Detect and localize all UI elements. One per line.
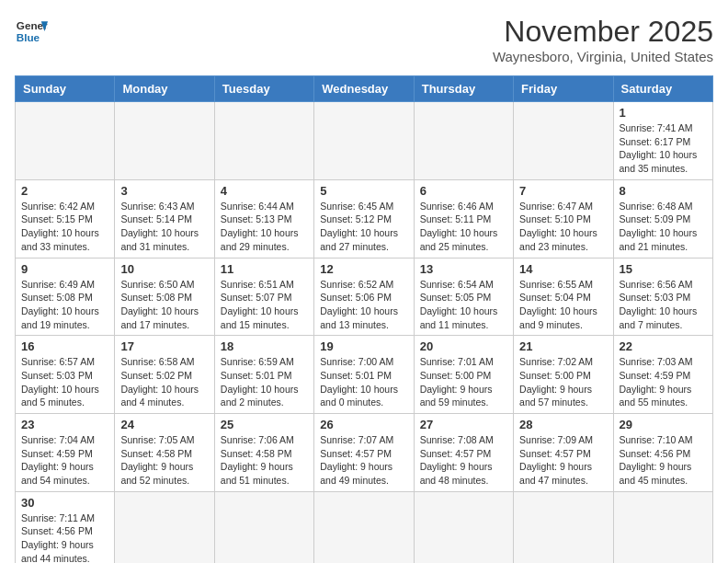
week-row-5: 23Sunrise: 7:04 AM Sunset: 4:59 PM Dayli… xyxy=(16,414,713,492)
header-row: SundayMondayTuesdayWednesdayThursdayFrid… xyxy=(16,76,713,102)
day-number: 23 xyxy=(21,418,108,431)
day-number: 25 xyxy=(221,418,308,431)
day-info: Sunrise: 7:41 AM Sunset: 6:17 PM Dayligh… xyxy=(620,121,707,176)
column-header-friday: Friday xyxy=(514,76,613,102)
calendar-cell xyxy=(514,491,613,563)
calendar-cell: 21Sunrise: 7:02 AM Sunset: 5:00 PM Dayli… xyxy=(514,336,613,414)
day-info: Sunrise: 6:51 AM Sunset: 5:07 PM Dayligh… xyxy=(221,278,308,332)
calendar-cell: 17Sunrise: 6:58 AM Sunset: 5:02 PM Dayli… xyxy=(115,336,214,414)
day-info: Sunrise: 7:01 AM Sunset: 5:00 PM Dayligh… xyxy=(420,355,507,409)
day-info: Sunrise: 6:52 AM Sunset: 5:06 PM Dayligh… xyxy=(320,278,407,332)
calendar-cell xyxy=(314,102,414,180)
day-number: 8 xyxy=(620,184,707,198)
day-info: Sunrise: 7:03 AM Sunset: 4:59 PM Dayligh… xyxy=(620,355,707,409)
column-header-saturday: Saturday xyxy=(613,76,712,102)
day-number: 27 xyxy=(420,418,507,431)
calendar-cell: 12Sunrise: 6:52 AM Sunset: 5:06 PM Dayli… xyxy=(314,258,414,336)
week-row-4: 16Sunrise: 6:57 AM Sunset: 5:03 PM Dayli… xyxy=(16,336,713,414)
calendar-cell: 18Sunrise: 6:59 AM Sunset: 5:01 PM Dayli… xyxy=(214,336,313,414)
week-row-2: 2Sunrise: 6:42 AM Sunset: 5:15 PM Daylig… xyxy=(16,179,713,258)
calendar-cell: 24Sunrise: 7:05 AM Sunset: 4:58 PM Dayli… xyxy=(115,414,214,492)
day-info: Sunrise: 7:05 AM Sunset: 4:58 PM Dayligh… xyxy=(120,433,208,488)
calendar-cell: 16Sunrise: 6:57 AM Sunset: 5:03 PM Dayli… xyxy=(16,336,115,414)
calendar-cell: 5Sunrise: 6:45 AM Sunset: 5:12 PM Daylig… xyxy=(314,179,414,258)
week-row-3: 9Sunrise: 6:49 AM Sunset: 5:08 PM Daylig… xyxy=(16,258,713,336)
day-number: 9 xyxy=(21,262,108,276)
calendar-cell xyxy=(214,102,313,180)
calendar-cell xyxy=(414,102,513,180)
day-info: Sunrise: 6:46 AM Sunset: 5:11 PM Dayligh… xyxy=(420,200,507,254)
day-number: 7 xyxy=(519,184,607,198)
calendar-cell: 27Sunrise: 7:08 AM Sunset: 4:57 PM Dayli… xyxy=(414,414,513,492)
day-number: 17 xyxy=(120,339,208,353)
calendar-cell xyxy=(214,491,313,563)
title-area: November 2025 Waynesboro, Virginia, Unit… xyxy=(493,15,713,64)
location-title: Waynesboro, Virginia, United States xyxy=(493,49,713,64)
day-info: Sunrise: 7:09 AM Sunset: 4:57 PM Dayligh… xyxy=(519,433,607,488)
calendar-cell: 9Sunrise: 6:49 AM Sunset: 5:08 PM Daylig… xyxy=(16,258,115,336)
calendar-cell: 10Sunrise: 6:50 AM Sunset: 5:08 PM Dayli… xyxy=(115,258,214,336)
day-number: 28 xyxy=(519,418,607,431)
calendar-cell: 22Sunrise: 7:03 AM Sunset: 4:59 PM Dayli… xyxy=(613,336,712,414)
day-number: 6 xyxy=(420,184,507,198)
day-info: Sunrise: 7:08 AM Sunset: 4:57 PM Dayligh… xyxy=(420,433,507,488)
column-header-wednesday: Wednesday xyxy=(314,76,414,102)
day-number: 20 xyxy=(420,339,507,353)
column-header-tuesday: Tuesday xyxy=(214,76,313,102)
calendar-cell: 25Sunrise: 7:06 AM Sunset: 4:58 PM Dayli… xyxy=(214,414,313,492)
calendar-cell: 1Sunrise: 7:41 AM Sunset: 6:17 PM Daylig… xyxy=(613,102,712,180)
calendar-cell: 13Sunrise: 6:54 AM Sunset: 5:05 PM Dayli… xyxy=(414,258,513,336)
day-info: Sunrise: 6:57 AM Sunset: 5:03 PM Dayligh… xyxy=(21,355,108,409)
column-header-thursday: Thursday xyxy=(414,76,513,102)
day-number: 12 xyxy=(320,262,407,276)
day-number: 24 xyxy=(120,418,208,431)
day-info: Sunrise: 7:06 AM Sunset: 4:58 PM Dayligh… xyxy=(221,433,308,488)
day-number: 21 xyxy=(519,339,607,353)
calendar-cell: 29Sunrise: 7:10 AM Sunset: 4:56 PM Dayli… xyxy=(613,414,712,492)
day-number: 11 xyxy=(221,262,308,276)
day-info: Sunrise: 7:11 AM Sunset: 4:56 PM Dayligh… xyxy=(21,511,108,563)
calendar-cell: 23Sunrise: 7:04 AM Sunset: 4:59 PM Dayli… xyxy=(16,414,115,492)
day-number: 30 xyxy=(21,496,108,510)
calendar-cell: 28Sunrise: 7:09 AM Sunset: 4:57 PM Dayli… xyxy=(514,414,613,492)
calendar-cell xyxy=(414,491,513,563)
day-info: Sunrise: 6:50 AM Sunset: 5:08 PM Dayligh… xyxy=(120,278,208,332)
day-info: Sunrise: 7:07 AM Sunset: 4:57 PM Dayligh… xyxy=(320,433,407,488)
calendar-cell: 26Sunrise: 7:07 AM Sunset: 4:57 PM Dayli… xyxy=(314,414,414,492)
day-number: 10 xyxy=(120,262,208,276)
calendar-table: SundayMondayTuesdayWednesdayThursdayFrid… xyxy=(15,75,713,563)
calendar-cell: 4Sunrise: 6:44 AM Sunset: 5:13 PM Daylig… xyxy=(214,179,313,258)
calendar-cell: 15Sunrise: 6:56 AM Sunset: 5:03 PM Dayli… xyxy=(613,258,712,336)
calendar-cell xyxy=(314,491,414,563)
day-info: Sunrise: 7:04 AM Sunset: 4:59 PM Dayligh… xyxy=(21,433,108,488)
calendar-cell xyxy=(613,491,712,563)
calendar-cell: 14Sunrise: 6:55 AM Sunset: 5:04 PM Dayli… xyxy=(514,258,613,336)
day-info: Sunrise: 6:43 AM Sunset: 5:14 PM Dayligh… xyxy=(120,200,208,254)
day-info: Sunrise: 6:56 AM Sunset: 5:03 PM Dayligh… xyxy=(620,278,707,332)
day-info: Sunrise: 6:55 AM Sunset: 5:04 PM Dayligh… xyxy=(519,278,607,332)
calendar-cell: 11Sunrise: 6:51 AM Sunset: 5:07 PM Dayli… xyxy=(214,258,313,336)
calendar-body: 1Sunrise: 7:41 AM Sunset: 6:17 PM Daylig… xyxy=(16,102,713,564)
calendar-header: SundayMondayTuesdayWednesdayThursdayFrid… xyxy=(16,76,713,102)
day-number: 1 xyxy=(620,106,707,120)
day-number: 22 xyxy=(620,339,707,353)
day-number: 15 xyxy=(620,262,707,276)
day-number: 29 xyxy=(620,418,707,431)
page-header: General Blue November 2025 Waynesboro, V… xyxy=(15,15,713,64)
calendar-cell: 8Sunrise: 6:48 AM Sunset: 5:09 PM Daylig… xyxy=(613,179,712,258)
calendar-cell: 6Sunrise: 6:46 AM Sunset: 5:11 PM Daylig… xyxy=(414,179,513,258)
day-info: Sunrise: 6:59 AM Sunset: 5:01 PM Dayligh… xyxy=(221,355,308,409)
day-number: 3 xyxy=(120,184,208,198)
calendar-cell: 2Sunrise: 6:42 AM Sunset: 5:15 PM Daylig… xyxy=(16,179,115,258)
day-info: Sunrise: 6:54 AM Sunset: 5:05 PM Dayligh… xyxy=(420,278,507,332)
calendar-cell: 19Sunrise: 7:00 AM Sunset: 5:01 PM Dayli… xyxy=(314,336,414,414)
calendar-cell xyxy=(16,102,115,180)
calendar-cell xyxy=(514,102,613,180)
day-info: Sunrise: 7:00 AM Sunset: 5:01 PM Dayligh… xyxy=(320,355,407,409)
column-header-sunday: Sunday xyxy=(16,76,115,102)
day-number: 19 xyxy=(320,339,407,353)
day-number: 4 xyxy=(221,184,308,198)
month-title: November 2025 xyxy=(493,15,713,49)
day-info: Sunrise: 7:10 AM Sunset: 4:56 PM Dayligh… xyxy=(620,433,707,488)
calendar-cell: 7Sunrise: 6:47 AM Sunset: 5:10 PM Daylig… xyxy=(514,179,613,258)
